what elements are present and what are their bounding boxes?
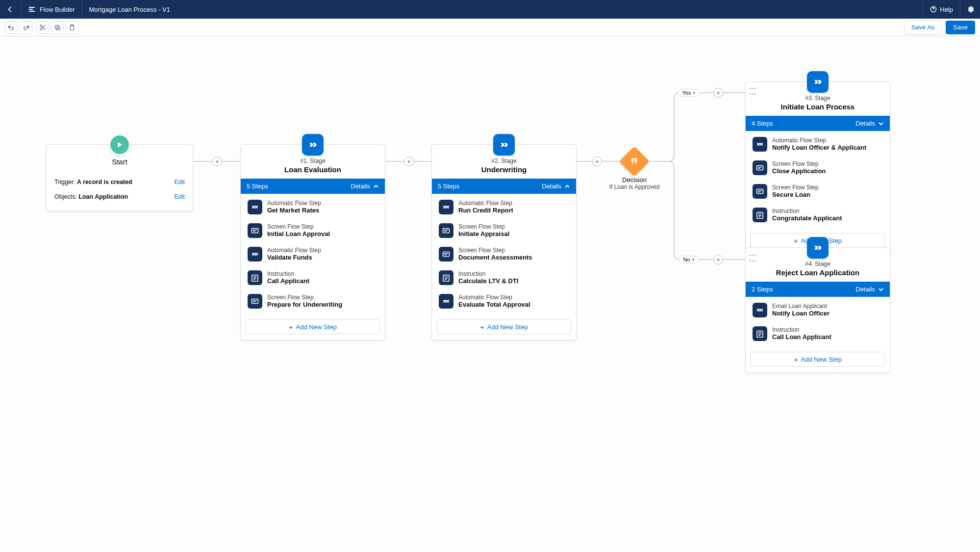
step-row[interactable]: Automatic Flow Step Validate Funds — [246, 244, 380, 264]
stage-details-toggle[interactable]: 5 Steps Details — [432, 179, 576, 194]
settings-button[interactable] — [960, 0, 980, 19]
step-type: Automatic Flow Step — [772, 137, 866, 144]
help-button[interactable]: Help — [923, 0, 960, 19]
step-row[interactable]: Instruction Call Loan Applicant — [751, 323, 885, 344]
edit-trigger-link[interactable]: Edit — [174, 179, 185, 185]
save-as-button[interactable]: Save As — [904, 21, 942, 34]
step-name: Get Market Rates — [267, 207, 321, 214]
redo-icon — [23, 24, 29, 31]
step-type: Screen Flow Step — [772, 184, 819, 191]
step-instr-icon — [248, 270, 262, 285]
stage-card[interactable]: #3. Stage Initiate Loan Process 4 Steps … — [745, 81, 890, 254]
step-name: Document Assessments — [458, 254, 532, 261]
decision-subtitle: If Loan is Approved — [605, 184, 664, 190]
step-row[interactable]: Automatic Flow Step Run Credit Report — [437, 197, 571, 217]
steps-count: 5 Steps — [438, 183, 459, 190]
add-step-button[interactable]: +Add New Step — [246, 319, 380, 334]
step-row[interactable]: Instruction Call Applicant — [246, 267, 380, 288]
step-name: Validate Funds — [267, 254, 321, 261]
stage-details-toggle[interactable]: 4 Steps Details — [746, 116, 890, 131]
branch-yes[interactable]: Yes — [678, 89, 700, 97]
svg-point-2 — [40, 28, 42, 30]
decision-node[interactable]: Decision If Loan is Approved — [605, 151, 664, 190]
step-name: Initial Loan Approval — [267, 230, 330, 237]
step-type: Screen Flow Step — [267, 294, 342, 301]
details-label: Details — [855, 120, 875, 127]
step-type: Instruction — [458, 270, 519, 277]
start-node[interactable]: Start Trigger: A record is created Edit … — [46, 144, 193, 211]
drag-handle[interactable] — [749, 88, 756, 98]
drag-handle[interactable] — [749, 255, 756, 264]
step-flow-icon — [439, 294, 453, 309]
step-flow-icon — [753, 137, 767, 152]
stage-card[interactable]: #4. Stage Reject Loan Application 2 Step… — [745, 247, 890, 373]
clipboard-icon — [69, 24, 75, 31]
page-title[interactable]: Mortgage Loan Process - V1 — [82, 0, 177, 19]
undo-button[interactable] — [5, 21, 18, 34]
step-flow-icon — [248, 200, 262, 214]
step-screen-icon — [753, 160, 767, 175]
step-row[interactable]: Screen Flow Step Initiate Appraisal — [437, 220, 571, 241]
edit-objects-link[interactable]: Edit — [174, 193, 185, 200]
stage-card[interactable]: #1. Stage Loan Evaluation 5 Steps Detail… — [240, 144, 385, 341]
step-row[interactable]: Screen Flow Step Close Application — [751, 158, 885, 178]
step-flow-icon — [439, 200, 453, 214]
app-name[interactable]: Flow Builder — [21, 0, 82, 19]
step-row[interactable]: Instruction Calculate LTV & DTI — [437, 267, 571, 288]
svg-rect-4 — [56, 26, 60, 30]
add-node-button[interactable]: + — [404, 157, 414, 166]
paste-button[interactable] — [66, 21, 78, 34]
branch-no[interactable]: No — [678, 256, 699, 263]
back-button[interactable] — [0, 0, 21, 19]
step-type: Automatic Flow Step — [267, 247, 321, 254]
gear-icon — [966, 5, 974, 13]
step-row[interactable]: Automatic Flow Step Get Market Rates — [246, 197, 380, 217]
add-node-button[interactable]: + — [212, 157, 222, 166]
stage-details-toggle[interactable]: 5 Steps Details — [241, 179, 385, 194]
stage-badge-icon — [493, 134, 515, 156]
stage-number: #2. Stage — [438, 158, 570, 164]
step-instr-icon — [753, 208, 767, 222]
step-screen-icon — [439, 223, 453, 238]
stage-details-toggle[interactable]: 2 Steps Details — [746, 282, 890, 297]
redo-button[interactable] — [20, 21, 32, 34]
step-row[interactable]: Automatic Flow Step Evaluate Total Appro… — [437, 291, 571, 312]
stage-title: Reject Loan Application — [752, 268, 884, 277]
steps-count: 4 Steps — [752, 120, 773, 127]
start-title: Start — [47, 158, 193, 166]
step-row[interactable]: Email Loan Applicant Notify Loan Officer — [751, 300, 885, 320]
step-row[interactable]: Screen Flow Step Initial Loan Approval — [246, 220, 380, 241]
stage-title: Initiate Loan Process — [752, 103, 884, 111]
step-row[interactable]: Automatic Flow Step Notify Loan Officer … — [751, 134, 885, 155]
step-name: Call Loan Applicant — [772, 333, 831, 341]
canvas[interactable]: Start Trigger: A record is created Edit … — [0, 36, 980, 552]
step-row[interactable]: Instruction Congratulate Applicant — [751, 205, 885, 225]
step-name: Secure Loan — [772, 191, 819, 198]
add-node-button[interactable]: + — [592, 157, 602, 166]
stage-title: Loan Evaluation — [247, 165, 379, 174]
step-row[interactable]: Screen Flow Step Secure Loan — [751, 181, 885, 202]
stage-card[interactable]: #2. Stage Underwriting 5 Steps Details A… — [431, 144, 577, 341]
add-step-button[interactable]: +Add New Step — [751, 352, 885, 367]
stage-badge-icon — [807, 237, 829, 259]
stage-badge-icon — [302, 134, 324, 156]
step-type: Email Loan Applicant — [772, 303, 829, 310]
step-row[interactable]: Screen Flow Step Prepare for Underwritin… — [246, 291, 380, 312]
svg-point-1 — [40, 25, 42, 26]
step-flow-icon — [248, 247, 262, 262]
arrow-left-icon — [7, 6, 14, 13]
step-row[interactable]: Screen Flow Step Document Assessments — [437, 244, 571, 264]
add-node-button[interactable]: + — [713, 88, 723, 98]
cut-button[interactable] — [36, 21, 49, 34]
step-name: Run Credit Report — [458, 207, 513, 214]
step-type: Automatic Flow Step — [267, 200, 321, 207]
step-type: Screen Flow Step — [267, 223, 330, 230]
undo-icon — [8, 24, 15, 31]
play-icon — [109, 134, 130, 156]
add-step-button[interactable]: +Add New Step — [437, 319, 571, 334]
copy-button[interactable] — [51, 21, 64, 34]
step-screen-icon — [439, 247, 453, 262]
save-button[interactable]: Save — [946, 21, 975, 34]
add-node-button[interactable]: + — [713, 255, 723, 264]
step-name: Notify Loan Officer — [772, 310, 829, 317]
